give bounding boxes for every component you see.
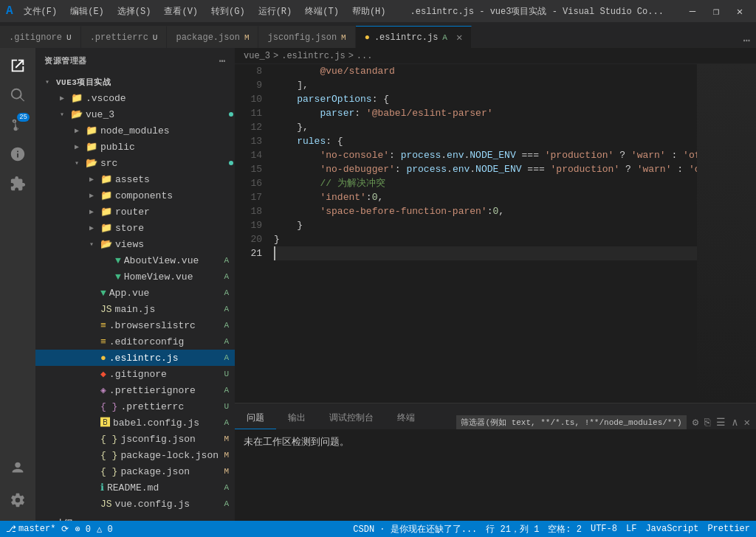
status-branch[interactable]: ⎇ master*	[6, 524, 55, 535]
tab-actions[interactable]: ✕	[456, 31, 462, 44]
sidebar-section-outline[interactable]: ▶ 大纲	[35, 515, 235, 521]
sidebar-item-vueconfig[interactable]: ▶ JS vue.config.js A	[35, 496, 235, 512]
code-line-8: @vue/standard	[274, 64, 697, 78]
tab-eslintrc[interactable]: ● .eslintrc.js A ✕	[356, 26, 472, 48]
panel-tab-output[interactable]: 输出	[276, 407, 317, 429]
status-errors[interactable]: ⊗ 0	[75, 524, 91, 535]
sidebar-item-vscode[interactable]: ▶ 📁 .vscode	[35, 90, 235, 106]
tab-jsconfigjson[interactable]: jsconfig.json M	[258, 26, 355, 48]
status-encoding[interactable]: UTF-8	[591, 524, 617, 534]
window-controls[interactable]: — ❐ ✕	[682, 3, 750, 19]
panel-tab-problems[interactable]: 问题	[235, 407, 276, 429]
menu-edit[interactable]: 编辑(E)	[64, 4, 110, 19]
sidebar-item-readme[interactable]: ▶ ℹ README.md A	[35, 479, 235, 496]
sidebar-item-mainjs[interactable]: ▶ JS main.js A	[35, 301, 235, 317]
panel-tab-debug[interactable]: 调试控制台	[317, 407, 385, 429]
panel-actions[interactable]: 筛选器(例如 text, **/*.ts, !**/node_modules/*…	[456, 415, 756, 429]
status-spaces[interactable]: 空格: 2	[548, 523, 582, 536]
maximize-button[interactable]: ❐	[706, 3, 726, 19]
filter-icon[interactable]: ⚙	[693, 416, 698, 429]
status-line-ending[interactable]: LF	[626, 524, 636, 534]
expand-icon[interactable]: ∧	[732, 416, 738, 429]
sidebar-item-browserslistrc[interactable]: ▶ ≡ .browserslistrc A	[35, 317, 235, 333]
activity-scm[interactable]: 25	[3, 110, 32, 139]
sidebar-item-homeview[interactable]: ▶ ▼ HomeView.vue A	[35, 268, 235, 285]
status-sync[interactable]: ⟳	[61, 524, 69, 535]
folder-label: views	[115, 239, 235, 250]
sidebar-item-src[interactable]: ▾ 📂 src	[35, 155, 235, 171]
code-line-13: rules: {	[274, 134, 697, 148]
file-label: .prettierrc	[120, 401, 221, 412]
filter-input[interactable]: 筛选器(例如 text, **/*.ts, !**/node_modules/*…	[456, 415, 686, 429]
sidebar-item-babelconfig[interactable]: ▶ 🅱 babel.config.js A	[35, 415, 235, 431]
close-button[interactable]: ✕	[729, 3, 750, 19]
status-language[interactable]: JavaScript	[645, 524, 698, 534]
breadcrumb-file[interactable]: .eslintrc.js	[281, 51, 345, 61]
sidebar-item-vue3[interactable]: ▾ 📂 vue_3	[35, 106, 235, 122]
menu-view[interactable]: 查看(V)	[158, 4, 204, 19]
panel-tab-terminal[interactable]: 终端	[385, 407, 427, 429]
status-warnings[interactable]: △ 0	[97, 524, 113, 535]
sidebar-item-prettierignore[interactable]: ▶ ◈ .prettierignore A	[35, 382, 235, 398]
tab-prettierrc[interactable]: .prettierrc U	[81, 26, 168, 48]
sidebar-item-appvue[interactable]: ▶ ▼ App.vue A	[35, 285, 235, 301]
sidebar-item-views[interactable]: ▾ 📂 views	[35, 236, 235, 252]
file-label: package.json	[120, 466, 221, 477]
sidebar-item-prettierrc[interactable]: ▶ { } .prettierrc U	[35, 398, 235, 415]
tab-packagejson[interactable]: package.json M	[167, 26, 258, 48]
activity-extensions[interactable]	[3, 169, 32, 198]
breadcrumb-symbol[interactable]: ...	[357, 51, 373, 61]
root-arrow: ▾	[41, 77, 53, 86]
folder-arrow: ▶	[86, 224, 97, 232]
file-label: AboutView.vue	[124, 255, 221, 266]
sidebar-header-actions[interactable]: ⋯	[219, 55, 226, 67]
git-icon: ◆	[100, 368, 106, 380]
code-line-12: },	[274, 120, 697, 134]
activity-explorer[interactable]	[3, 51, 32, 80]
status-position[interactable]: 行 21，列 1	[486, 523, 539, 536]
tab-label: .eslintrc.js	[374, 32, 438, 43]
menu-icon[interactable]: ☰	[716, 416, 726, 429]
sidebar-item-packagejson[interactable]: ▶ { } package.json M	[35, 463, 235, 479]
tab-bar-actions[interactable]: ⋯	[743, 33, 756, 48]
breadcrumb-vue3[interactable]: vue_3	[244, 51, 270, 61]
menu-goto[interactable]: 转到(G)	[205, 4, 251, 19]
sidebar-item-aboutview[interactable]: ▶ ▼ AboutView.vue A	[35, 252, 235, 268]
menu-select[interactable]: 选择(S)	[111, 4, 157, 19]
sidebar-item-components[interactable]: ▶ 📁 components	[35, 187, 235, 204]
activity-debug[interactable]	[3, 139, 32, 169]
sidebar-item-store[interactable]: ▶ 📁 store	[35, 220, 235, 236]
menu-bar[interactable]: 文件(F) 编辑(E) 选择(S) 查看(V) 转到(G) 运行(R) 终端(T…	[18, 4, 392, 19]
activity-account[interactable]	[3, 453, 32, 482]
git-badge: A	[224, 256, 235, 265]
activity-search[interactable]	[3, 80, 32, 110]
sidebar-item-node-modules[interactable]: ▶ 📁 node_modules	[35, 122, 235, 139]
status-feedback[interactable]: CSDN · 是你现在还缺了了...	[353, 523, 477, 536]
sidebar-root[interactable]: ▾ VUE3项目实战	[35, 74, 235, 90]
sidebar-item-jsconfigjson[interactable]: ▶ { } jsconfig.json M	[35, 431, 235, 447]
sidebar-item-eslintrc[interactable]: ▶ ● .eslintrc.js A	[35, 350, 235, 366]
code-lines[interactable]: @vue/standard ], parserOptions: { parser…	[268, 64, 697, 403]
copy-icon[interactable]: ⎘	[704, 417, 710, 429]
status-formatter[interactable]: Prettier	[707, 524, 750, 534]
code-editor[interactable]: 8 9 10 11 12 13 14 15 16 17 18 19 20 21 …	[235, 64, 756, 403]
file-label: jsconfig.json	[120, 434, 221, 445]
sidebar-item-editorconfig[interactable]: ▶ ≡ .editorconfig A	[35, 333, 235, 350]
minimize-button[interactable]: —	[682, 3, 703, 19]
menu-file[interactable]: 文件(F)	[18, 4, 63, 19]
menu-terminal[interactable]: 终端(T)	[299, 4, 345, 19]
menu-help[interactable]: 帮助(H)	[346, 4, 392, 19]
sidebar-item-packagelockjson[interactable]: ▶ { } package-lock.json M	[35, 447, 235, 463]
more-tabs-icon[interactable]: ⋯	[743, 33, 750, 48]
sidebar-item-public[interactable]: ▶ 📁 public	[35, 139, 235, 155]
sidebar-item-assets[interactable]: ▶ 📁 assets	[35, 171, 235, 187]
json-icon: { }	[100, 450, 117, 461]
activity-settings[interactable]	[3, 485, 32, 515]
menu-run[interactable]: 运行(R)	[252, 4, 298, 19]
new-file-icon[interactable]: ⋯	[219, 55, 226, 67]
folder-label: router	[115, 207, 235, 218]
close-icon[interactable]: ✕	[744, 416, 750, 429]
sidebar-item-router[interactable]: ▶ 📁 router	[35, 204, 235, 220]
tab-gitignore[interactable]: .gitignore U	[0, 26, 81, 48]
sidebar-item-gitignore[interactable]: ▶ ◆ .gitignore U	[35, 366, 235, 382]
